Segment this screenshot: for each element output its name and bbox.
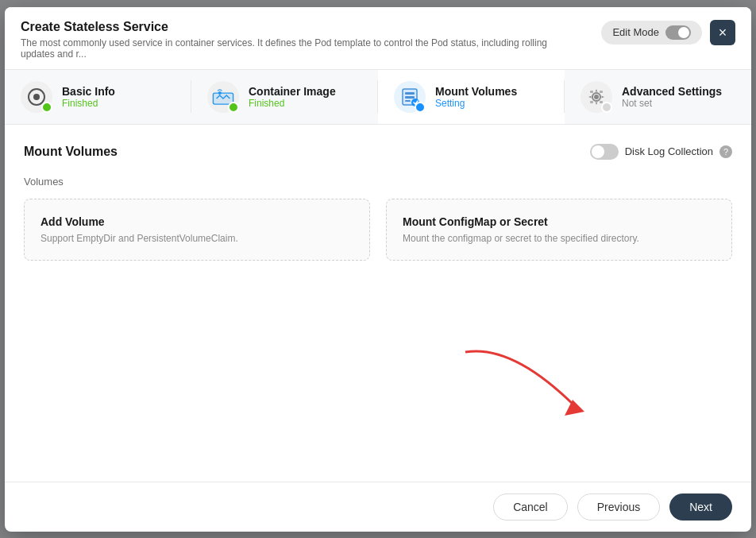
step-container-image-icon-wrap <box>207 81 239 113</box>
mount-configmap-card-desc: Mount the configmap or secret to the spe… <box>403 233 716 244</box>
help-icon[interactable]: ? <box>719 145 732 158</box>
svg-rect-8 <box>405 100 411 102</box>
modal-footer: Cancel Previous Next <box>5 482 751 532</box>
modal-header-actions: Edit Mode × <box>601 20 735 45</box>
svg-point-4 <box>218 91 222 95</box>
disk-log-collection-control[interactable]: Disk Log Collection ? <box>590 144 732 160</box>
next-button[interactable]: Next <box>669 493 732 521</box>
svg-rect-7 <box>405 96 415 99</box>
step-basic-info-name: Basic Info <box>62 85 115 98</box>
step-mount-volumes-text: Mount Volumes Setting <box>435 85 517 109</box>
step-mount-volumes-name: Mount Volumes <box>435 85 517 98</box>
add-volume-card-desc: Support EmptyDir and PersistentVolumeCla… <box>40 233 353 244</box>
close-icon: × <box>719 25 727 40</box>
mount-configmap-card[interactable]: Mount ConfigMap or Secret Mount the conf… <box>386 199 732 261</box>
step-advanced-settings-status-dot <box>601 102 612 113</box>
add-volume-card[interactable]: Add Volume Support EmptyDir and Persiste… <box>24 199 370 261</box>
step-advanced-settings-status: Not set <box>622 98 722 109</box>
step-basic-info-status: Finished <box>62 98 115 109</box>
step-basic-info-icon-wrap <box>21 81 52 113</box>
previous-button[interactable]: Previous <box>577 493 660 521</box>
disk-log-toggle[interactable] <box>590 144 619 160</box>
cancel-button[interactable]: Cancel <box>493 493 568 521</box>
modal-title: Create Stateless Service <box>21 20 561 34</box>
edit-mode-label: Edit Mode <box>612 26 659 38</box>
steps-bar: Basic Info Finished <box>5 70 751 125</box>
modal-subtitle: The most commonly used service in contai… <box>21 37 561 60</box>
modal: Create Stateless Service The most common… <box>5 7 751 532</box>
close-button[interactable]: × <box>710 20 735 45</box>
svg-rect-6 <box>405 92 415 95</box>
svg-rect-13 <box>600 91 603 93</box>
step-advanced-settings-name: Advanced Settings <box>622 85 722 98</box>
step-container-image-name: Container Image <box>249 85 336 98</box>
step-basic-info-status-dot <box>41 102 52 113</box>
step-container-image-status-dot <box>228 102 239 113</box>
modal-body: Mount Volumes Disk Log Collection ? Volu… <box>5 125 751 482</box>
step-advanced-settings[interactable]: Advanced Settings Not set <box>565 70 751 124</box>
mount-configmap-card-title: Mount ConfigMap or Secret <box>403 215 716 228</box>
mount-volumes-title: Mount Volumes <box>24 145 118 159</box>
svg-marker-16 <box>565 400 584 416</box>
step-mount-volumes[interactable]: Mount Volumes Setting <box>378 70 565 124</box>
add-volume-card-title: Add Volume <box>40 215 353 228</box>
modal-header: Create Stateless Service The most common… <box>5 7 751 70</box>
svg-point-1 <box>33 94 40 100</box>
step-container-image-status: Finished <box>249 98 336 109</box>
step-container-image-text: Container Image Finished <box>249 85 336 109</box>
step-basic-info[interactable]: Basic Info Finished <box>5 70 191 124</box>
step-mount-volumes-status: Setting <box>435 98 517 109</box>
step-advanced-settings-text: Advanced Settings Not set <box>622 85 722 109</box>
step-mount-volumes-status-dot <box>415 102 426 113</box>
step-advanced-settings-icon-wrap <box>580 81 612 113</box>
step-mount-volumes-icon-wrap <box>394 81 426 113</box>
svg-rect-12 <box>590 91 593 93</box>
section-header: Mount Volumes Disk Log Collection ? <box>24 144 732 160</box>
disk-log-collection-label: Disk Log Collection <box>625 145 713 157</box>
volumes-subtitle: Volumes <box>24 176 732 188</box>
svg-point-10 <box>594 95 599 99</box>
modal-title-block: Create Stateless Service The most common… <box>21 20 561 60</box>
step-container-image[interactable]: Container Image Finished <box>191 70 378 124</box>
edit-mode-toggle[interactable] <box>665 25 691 40</box>
step-basic-info-text: Basic Info Finished <box>62 85 115 109</box>
edit-mode-button[interactable]: Edit Mode <box>601 21 702 45</box>
svg-rect-14 <box>590 101 593 103</box>
volume-cards: Add Volume Support EmptyDir and Persiste… <box>24 199 732 261</box>
arrow-annotation <box>449 336 608 434</box>
modal-overlay: Create Stateless Service The most common… <box>0 0 756 538</box>
